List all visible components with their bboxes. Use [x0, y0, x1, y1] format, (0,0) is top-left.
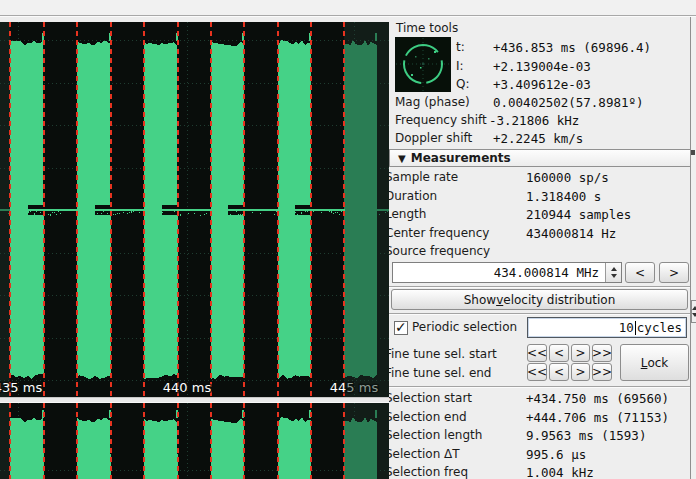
- i-value: +2.139004e-03: [493, 59, 591, 74]
- start-step-back-button[interactable]: <: [549, 344, 569, 362]
- selection-deltat-label: Selection ΔT: [389, 447, 460, 462]
- frequency-shift-label: Frequency shift: [395, 113, 487, 128]
- t-label: t:: [456, 40, 465, 55]
- start-step-fwd-fast-button[interactable]: >>: [592, 344, 612, 362]
- frequency-next-button[interactable]: >: [659, 262, 689, 283]
- window-top-strip: [0, 0, 696, 16]
- doppler-shift-value: +2.2245 km/s: [493, 131, 583, 146]
- length-label: Length: [389, 207, 426, 222]
- sample-rate-label: Sample rate: [389, 170, 458, 185]
- cycles-input[interactable]: 10 cycles: [527, 317, 687, 338]
- end-step-fwd-fast-button[interactable]: >>: [592, 363, 612, 381]
- show-velocity-distribution-button[interactable]: Show velocity distribution: [391, 289, 688, 310]
- divider: [389, 286, 690, 288]
- selection-deltat-value: 995.6 µs: [526, 447, 586, 462]
- frequency-shift-value: -3.21806 kHz: [489, 113, 579, 128]
- cycles-value: 10: [619, 320, 634, 335]
- dock-handle-icon: [691, 150, 695, 155]
- spin-down-icon[interactable]: [692, 313, 696, 317]
- selection-start-value: +434.750 ms (69560): [526, 391, 669, 406]
- cycles-spinner-clipped[interactable]: [691, 300, 696, 323]
- end-step-back-fast-button[interactable]: <<: [527, 363, 547, 381]
- frequency-spinbox-value: 434.000814 MHz: [494, 265, 599, 280]
- doppler-shift-label: Doppler shift: [395, 131, 472, 146]
- q-label: Q:: [456, 77, 470, 92]
- lock-button[interactable]: Lock: [620, 344, 689, 381]
- cycles-suffix: cycles: [637, 320, 682, 335]
- fine-tune-start-label: Fine tune sel. start: [389, 347, 497, 362]
- selection-end-value: +444.706 ms (71153): [526, 410, 669, 425]
- mag-phase-label: Mag (phase): [395, 95, 470, 110]
- periodic-selection-label: Periodic selection: [412, 320, 517, 335]
- q-value: +3.409612e-03: [493, 77, 591, 92]
- divider: [389, 313, 690, 315]
- selection-length-value: 9.9563 ms (1593): [526, 428, 646, 443]
- spin-up-icon[interactable]: [611, 267, 617, 271]
- svg-text:445 ms: 445 ms: [330, 380, 379, 395]
- waveform-window: 435 ms440 ms445 ms: [0, 22, 389, 479]
- source-frequency-label: Source frequency: [389, 244, 490, 259]
- selection-freq-label: Selection freq: [389, 465, 468, 479]
- dock-edge-sliver: [690, 17, 696, 479]
- frequency-prev-button[interactable]: <: [625, 262, 655, 283]
- time-tools-title: Time tools: [396, 21, 458, 36]
- measurements-title: Measurements: [411, 151, 511, 165]
- center-frequency-value: 434000814 Hz: [526, 226, 616, 241]
- selection-length-label: Selection length: [389, 428, 482, 443]
- i-label: I:: [456, 59, 464, 74]
- t-value: +436.853 ms (69896.4): [493, 40, 651, 55]
- length-value: 210944 samples: [526, 207, 631, 222]
- spin-up-icon[interactable]: [692, 306, 696, 310]
- selection-freq-value: 1.004 kHz: [526, 465, 594, 479]
- velocity-button-post: elocity distribution: [503, 293, 615, 307]
- selection-end-label: Selection end: [389, 410, 467, 425]
- measurements-section-header[interactable]: ▼Measurements: [389, 149, 690, 167]
- frequency-spinbox[interactable]: 434.000814 MHz: [392, 262, 622, 283]
- velocity-button-pre: Show: [464, 293, 496, 307]
- sample-rate-value: 160000 sp/s: [526, 170, 609, 185]
- text-cursor: [635, 321, 636, 335]
- frequency-spinbox-arrows[interactable]: [605, 263, 621, 282]
- tools-panel: Time tools t: +436.853 ms (69896.4) I: +…: [389, 17, 690, 479]
- lock-button-post: ock: [647, 356, 668, 370]
- spin-down-icon[interactable]: [611, 274, 617, 278]
- duration-label: Duration: [389, 189, 437, 204]
- waveform-panel-amplitude[interactable]: 435 ms440 ms445 ms: [0, 22, 389, 397]
- velocity-button-mnemonic: v: [496, 293, 503, 307]
- start-step-back-fast-button[interactable]: <<: [527, 344, 547, 362]
- end-step-fwd-button[interactable]: >: [571, 363, 590, 381]
- constellation-icon: [395, 37, 451, 92]
- end-step-back-button[interactable]: <: [549, 363, 569, 381]
- checkmark-icon: ✓: [395, 319, 407, 335]
- svg-text:435 ms: 435 ms: [0, 380, 42, 395]
- waveform-panel-secondary[interactable]: [0, 403, 389, 479]
- periodic-selection-checkbox[interactable]: ✓: [394, 321, 408, 335]
- selection-start-label: Selection start: [389, 391, 472, 406]
- collapse-triangle-icon: ▼: [398, 153, 406, 164]
- mag-phase-value: 0.00402502(57.8981º): [493, 95, 644, 110]
- svg-text:440 ms: 440 ms: [163, 380, 212, 395]
- lock-button-mnemonic: L: [641, 356, 648, 370]
- start-step-fwd-button[interactable]: >: [571, 344, 590, 362]
- fine-tune-end-label: Fine tune sel. end: [389, 366, 491, 381]
- duration-value: 1.318400 s: [526, 189, 601, 204]
- divider: [389, 386, 690, 388]
- center-frequency-label: Center frequency: [389, 226, 489, 241]
